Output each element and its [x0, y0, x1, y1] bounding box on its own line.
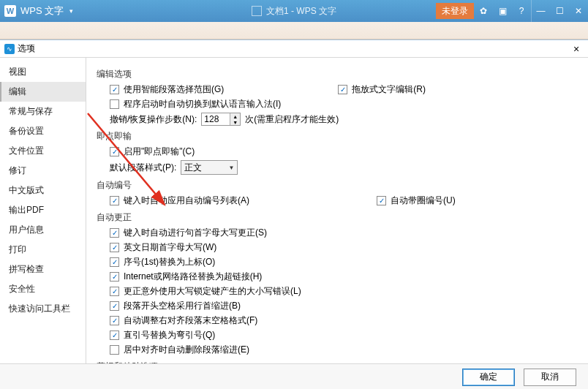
label-ac-0: 键入时自动进行句首字母大写更正(S) — [124, 227, 267, 239]
document-title: 文档1 - WPS 文字 — [266, 5, 336, 18]
sidebar-item-general-save[interactable]: 常规与保存 — [0, 102, 86, 121]
label-smart-paragraph: 使用智能段落选择范围(G) — [124, 83, 224, 96]
checkbox-ac-1[interactable] — [110, 243, 119, 252]
label-ac-1: 英文日期首字母大写(W) — [124, 241, 216, 254]
minimize-button[interactable]: — — [531, 0, 550, 22]
checkbox-ac-2[interactable] — [110, 257, 119, 267]
label-drag-edit: 拖放式文字编辑(R) — [352, 83, 426, 96]
sidebar-item-revision[interactable]: 修订 — [0, 161, 86, 181]
dialog-footer: 确定 取消 — [0, 363, 588, 389]
document-icon — [252, 6, 262, 16]
sidebar-item-file-location[interactable]: 文件位置 — [0, 141, 86, 161]
ribbon-strip — [0, 22, 588, 39]
help-icon[interactable]: ? — [512, 0, 531, 22]
sidebar-item-chinese-layout[interactable]: 中文版式 — [0, 181, 86, 200]
label-undo-steps: 撤销/恢复操作步数(N): — [110, 113, 197, 126]
ok-button[interactable]: 确定 — [462, 369, 515, 386]
label-enable-clicktype: 启用"即点即输"(C) — [124, 146, 195, 158]
sidebar-item-print[interactable]: 打印 — [0, 240, 86, 260]
sidebar-item-quick-access-toolbar[interactable]: 快速访问工具栏 — [0, 299, 86, 319]
default-para-style-select[interactable]: 正文 ▼ — [181, 160, 238, 175]
label-ac-2: 序号(1st)替换为上标(O) — [124, 256, 215, 268]
chevron-down-icon: ▼ — [228, 165, 234, 171]
app-menu-dropdown[interactable]: ▾ — [69, 7, 73, 15]
skin-icon[interactable]: ✿ — [474, 0, 493, 22]
dialog-close-button[interactable]: × — [569, 43, 584, 55]
spin-down-icon[interactable]: ▼ — [230, 119, 240, 125]
label-auto-ime: 程序启动时自动切换到默认语言输入法(I) — [124, 98, 281, 110]
app-titlebar: W WPS 文字 ▾ 文档1 - WPS 文字 未登录 ✿ ▣ ? — ☐ ✕ — [0, 0, 588, 22]
checkbox-ac-0[interactable] — [110, 228, 119, 238]
label-undo-suffix: 次(需重启程序才能生效) — [245, 113, 339, 126]
label-ac-7: 直引号替换为弯引号(Q) — [124, 329, 215, 341]
checkbox-ac-6[interactable] — [110, 316, 119, 325]
close-window-button[interactable]: ✕ — [569, 0, 588, 22]
label-ac-3: Internet或网络路径替换为超链接(H) — [124, 271, 262, 283]
sidebar-item-user-info[interactable]: 用户信息 — [0, 220, 86, 240]
cancel-button[interactable]: 取消 — [524, 369, 576, 386]
checkbox-ac-7[interactable] — [110, 331, 119, 340]
checkbox-drag-edit[interactable] — [338, 85, 347, 94]
sidebar-item-spellcheck[interactable]: 拼写检查 — [0, 260, 86, 279]
options-content: 编辑选项 使用智能段落选择范围(G) 拖放式文字编辑(R) 程序启动时自动切换到… — [86, 58, 588, 363]
label-circled-number: 自动带圈编号(U) — [391, 194, 456, 207]
shirt-icon[interactable]: ▣ — [493, 0, 512, 22]
label-auto-number-list: 键入时自动应用自动编号列表(A) — [124, 194, 249, 207]
group-edit-options: 编辑选项 — [97, 68, 578, 80]
maximize-button[interactable]: ☐ — [550, 0, 569, 22]
group-click-type: 即点即输 — [97, 130, 578, 143]
checkbox-auto-number-list[interactable] — [110, 196, 119, 205]
group-auto-number: 自动编号 — [97, 179, 578, 192]
wps-logo-icon: W — [4, 5, 16, 17]
sidebar-item-security[interactable]: 安全性 — [0, 279, 86, 299]
spin-up-icon[interactable]: ▲ — [230, 113, 240, 119]
checkbox-ac-3[interactable] — [110, 272, 119, 282]
label-ac-6: 自动调整右对齐段落末空格格式(F) — [124, 314, 257, 327]
group-cut-paste: 剪切和粘贴选项 — [97, 360, 578, 363]
undo-steps-input[interactable] — [202, 113, 230, 125]
label-ac-5: 段落开头空格采用行首缩进(B) — [124, 300, 241, 312]
dialog-title: 选项 — [18, 42, 569, 55]
dialog-icon: ∿ — [4, 44, 15, 54]
group-auto-correct: 自动更正 — [97, 211, 578, 224]
undo-steps-spinner[interactable]: ▲▼ — [201, 113, 241, 126]
checkbox-ac-4[interactable] — [110, 287, 119, 296]
options-sidebar: 视图 编辑 常规与保存 备份设置 文件位置 修订 中文版式 输出PDF 用户信息… — [0, 58, 86, 363]
options-dialog: ∿ 选项 × 视图 编辑 常规与保存 备份设置 文件位置 修订 中文版式 输出P… — [0, 39, 588, 389]
checkbox-auto-ime[interactable] — [110, 99, 119, 109]
label-default-para-style: 默认段落样式(P): — [110, 162, 176, 174]
sidebar-item-view[interactable]: 视图 — [0, 62, 86, 82]
label-ac-8: 居中对齐时自动删除段落缩进(E) — [124, 344, 249, 356]
sidebar-item-backup[interactable]: 备份设置 — [0, 121, 86, 141]
login-button[interactable]: 未登录 — [436, 3, 474, 19]
checkbox-ac-5[interactable] — [110, 301, 119, 311]
sidebar-item-output-pdf[interactable]: 输出PDF — [0, 200, 86, 220]
app-name: WPS 文字 — [20, 4, 64, 18]
checkbox-ac-8[interactable] — [110, 345, 119, 355]
checkbox-circled-number[interactable] — [377, 196, 386, 205]
label-ac-4: 更正意外使用大写锁定键产生的大小写错误(L) — [124, 285, 301, 298]
checkbox-enable-clicktype[interactable] — [110, 147, 119, 156]
sidebar-item-edit[interactable]: 编辑 — [0, 82, 86, 102]
checkbox-smart-paragraph[interactable] — [110, 85, 119, 94]
